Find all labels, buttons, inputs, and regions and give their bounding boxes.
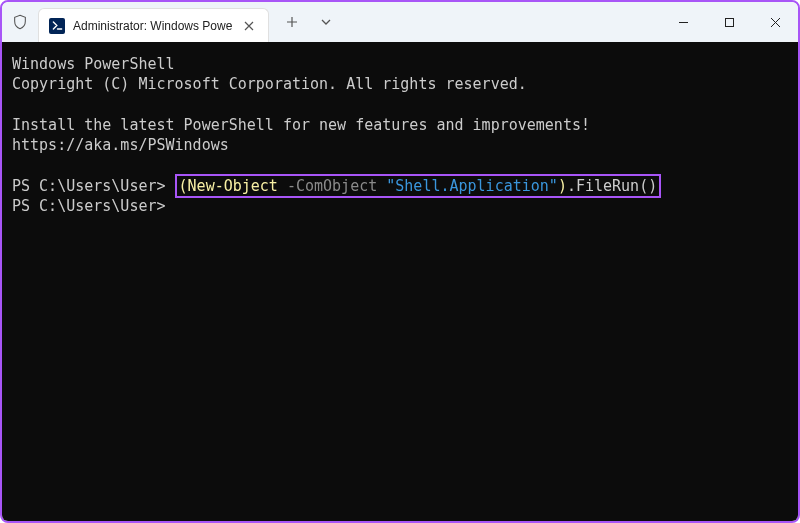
tab-dropdown-button[interactable]: [311, 7, 341, 37]
app-shield-icon: [2, 2, 38, 42]
svg-rect-0: [725, 18, 733, 26]
tab-close-button[interactable]: [240, 17, 258, 35]
cmd-param: -ComObject: [287, 177, 377, 195]
tab-powershell[interactable]: Administrator: Windows Powe: [38, 8, 269, 42]
titlebar-drag-area[interactable]: [341, 2, 660, 42]
highlighted-command: (New-Object -ComObject "Shell.Applicatio…: [175, 174, 662, 198]
terminal-pane[interactable]: Windows PowerShell Copyright (C) Microso…: [2, 42, 798, 521]
terminal-prompt-1: PS C:\Users\User>: [12, 177, 175, 195]
new-tab-button[interactable]: [277, 7, 307, 37]
close-button[interactable]: [752, 2, 798, 42]
terminal-header-line2: Copyright (C) Microsoft Corporation. All…: [12, 75, 527, 93]
tab-controls: [269, 2, 341, 42]
cmd-paren-close: ): [558, 177, 567, 195]
cmd-cmdlet: New-Object: [188, 177, 278, 195]
powershell-icon: [49, 18, 65, 34]
maximize-button[interactable]: [706, 2, 752, 42]
cmd-paren-open: (: [179, 177, 188, 195]
minimize-button[interactable]: [660, 2, 706, 42]
terminal-header-line1: Windows PowerShell: [12, 55, 175, 73]
terminal-prompt-2: PS C:\Users\User>: [12, 197, 175, 215]
cmd-string: "Shell.Application": [386, 177, 558, 195]
terminal-install-msg: Install the latest PowerShell for new fe…: [12, 116, 599, 154]
cmd-space: [278, 177, 287, 195]
cmd-space: [377, 177, 386, 195]
tab-title: Administrator: Windows Powe: [73, 19, 232, 33]
titlebar: Administrator: Windows Powe: [2, 2, 798, 42]
window-controls: [660, 2, 798, 42]
cmd-method: .FileRun(): [567, 177, 657, 195]
